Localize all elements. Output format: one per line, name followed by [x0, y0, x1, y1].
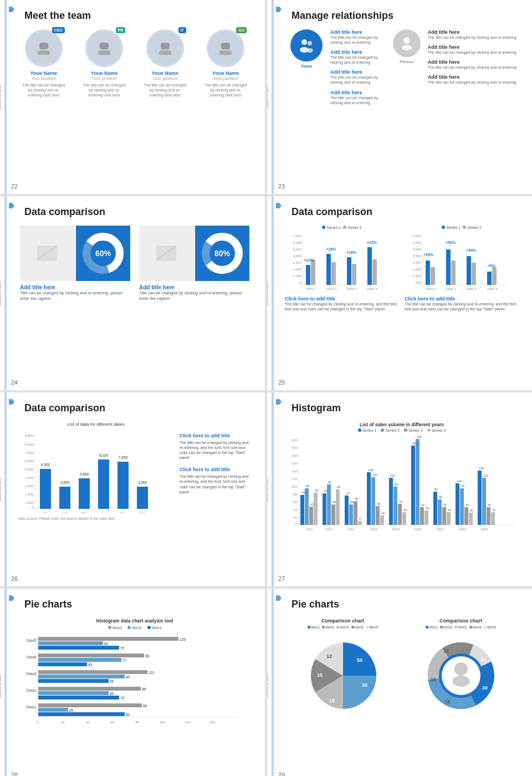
slide-accent-23 [272, 0, 274, 194]
name-it: Youe Name [143, 70, 187, 76]
svg-text:500: 500 [416, 281, 422, 284]
svg-text:42: 42 [466, 503, 469, 507]
svg-text:+16%: +16% [346, 251, 357, 254]
svg-text:160: 160 [412, 442, 417, 445]
svg-rect-88 [40, 469, 51, 509]
avatar-ceo: CEO [25, 29, 63, 67]
svg-text:9: 9 [359, 517, 361, 520]
svg-text:73: 73 [346, 492, 349, 495]
slide-24-title: Data comparison [24, 206, 254, 218]
slide-accent-27 [272, 392, 274, 586]
biz-plan-label-23: Business plan [267, 85, 269, 109]
pie-29-2-legend: Item1 Item2 Item3 Item4 Item6 [405, 625, 516, 629]
hist-area: List of sales volume in different years … [283, 422, 521, 537]
svg-text:60: 60 [104, 642, 109, 646]
svg-rect-222 [38, 654, 144, 657]
svg-text:45: 45 [88, 663, 93, 667]
svg-text:7,650: 7,650 [119, 456, 128, 460]
svg-rect-139 [349, 504, 353, 525]
svg-text:130: 130 [291, 462, 298, 465]
svg-text:60%: 60% [95, 249, 111, 258]
svg-text:4,200: 4,200 [293, 254, 302, 258]
rel-right-item-2: Add title here The title can be changed … [428, 44, 516, 55]
name-pr: Youe Name [82, 70, 126, 76]
svg-text:90: 90 [461, 484, 464, 488]
svg-text:7,000: 7,000 [25, 451, 34, 455]
rel-item-4-text: The title can be changed by clicking and… [330, 95, 386, 105]
svg-text:0: 0 [32, 506, 34, 509]
svg-point-9 [308, 41, 312, 45]
slide-number-26: 26 [11, 575, 18, 582]
svg-rect-5 [159, 50, 171, 55]
svg-rect-183 [456, 483, 459, 525]
rel-item-2: Add title here The title can be changed … [330, 49, 386, 65]
logo-27 [275, 398, 283, 406]
chart-25-1-text: The title can be changed by clicking and… [285, 302, 399, 312]
bar-section-25-1: Series 1 Series 2 7,200 6,200 5,200 4,20… [285, 226, 399, 312]
slide-number-22: 22 [11, 183, 18, 190]
name-ceo: Youe Name [22, 70, 66, 76]
svg-rect-96 [117, 462, 129, 509]
svg-text:3,000: 3,000 [25, 484, 34, 488]
svg-text:3,650: 3,650 [138, 481, 147, 484]
rel-layout: Team Add title here The title can be cha… [283, 29, 521, 105]
slide-accent-29 [272, 589, 274, 776]
slide-number-27: 27 [278, 575, 285, 582]
donut-2-caption: Title can be changed by clicking and re-… [139, 290, 249, 302]
slide-23: Business plan Manage relationships Team … [267, 0, 532, 194]
bar-section-25-2: Series 1 Series 2 4,500 4,000 3,500 3,00… [405, 226, 519, 312]
rel-item-2-text: The title can be changed by clicking and… [330, 55, 386, 65]
svg-rect-234 [38, 687, 141, 691]
slide-25-title: Data comparison [291, 206, 521, 218]
svg-text:120: 120 [185, 721, 191, 724]
logo-22 [8, 6, 16, 13]
rel-item-3: Add title here The title can be changed … [330, 69, 386, 85]
rel-person-section: Person [390, 29, 423, 105]
svg-text:36: 36 [426, 507, 429, 510]
svg-rect-122 [309, 507, 313, 525]
hist-title: List of sales volume in different years [285, 422, 519, 427]
slide26-layout: List of data for different dates 9,000 8… [16, 422, 254, 520]
svg-rect-92 [79, 478, 90, 509]
svg-rect-43 [367, 247, 372, 285]
svg-text:+25%: +25% [423, 253, 434, 257]
svg-text:Data2: Data2 [26, 688, 37, 692]
svg-text:140: 140 [209, 721, 216, 724]
svg-rect-148 [371, 477, 375, 525]
slide-27: Business plan Histogram List of sales vo… [267, 392, 532, 586]
svg-rect-166 [416, 439, 420, 525]
slide-24: Business plan Data comparison 60% [0, 196, 265, 390]
svg-text:79: 79 [324, 489, 327, 493]
svg-text:June: June [139, 512, 146, 513]
svg-text:4,000: 4,000 [413, 241, 422, 244]
svg-text:80%: 80% [214, 249, 231, 258]
rel-right-1-text: The title can be changed by clicking and… [428, 35, 516, 40]
logo-29 [275, 594, 283, 602]
svg-rect-41 [352, 264, 356, 285]
svg-text:50: 50 [357, 657, 362, 663]
svg-rect-186 [469, 513, 473, 525]
svg-text:110: 110 [291, 477, 298, 481]
svg-text:2014: 2014 [347, 528, 355, 531]
svg-point-12 [403, 37, 410, 44]
name-go: Youe Name [203, 70, 248, 76]
svg-rect-158 [398, 504, 402, 525]
svg-rect-147 [367, 472, 371, 525]
desc-go: The title can be changed by clicking and… [203, 83, 248, 98]
hbar-svg-28: Data5 Data4 Data3 Data2 Data1 0 20 40 60… [20, 633, 242, 727]
svg-text:Data3: Data3 [26, 672, 37, 676]
svg-rect-223 [38, 658, 121, 662]
svg-rect-176 [442, 507, 446, 525]
rel-right-2-text: The title can be changed by clicking and… [428, 50, 516, 55]
svg-text:100: 100 [457, 479, 462, 483]
svg-text:2026: 2026 [480, 528, 488, 531]
slide-26: Business plan Data comparison List of da… [0, 392, 265, 586]
pos-ceo: Your position [22, 76, 66, 81]
slide-accent-24 [4, 196, 7, 390]
svg-point-8 [301, 39, 307, 45]
slide-accent-26 [4, 392, 7, 586]
avatar-it: IT [146, 29, 184, 67]
svg-rect-224 [38, 662, 87, 666]
svg-rect-150 [380, 515, 384, 525]
slide-29: Business plan Pie charts Comparison char… [267, 589, 532, 776]
